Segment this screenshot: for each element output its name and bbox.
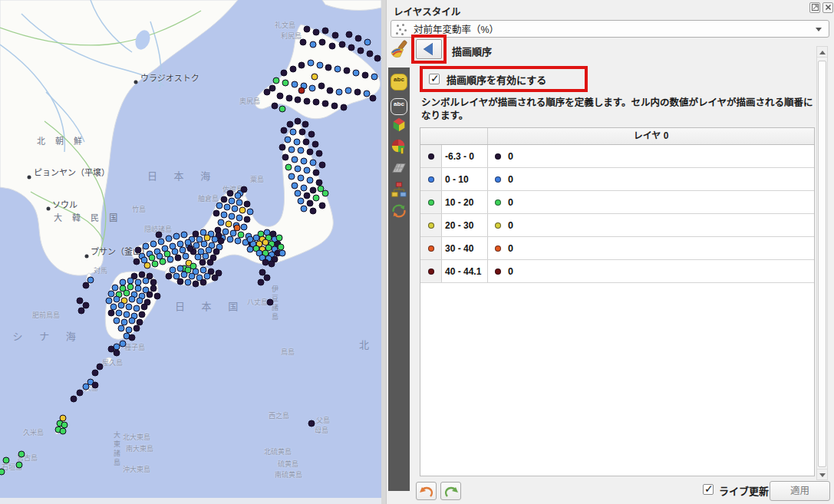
map-data-point: [313, 99, 320, 106]
map-data-point: [276, 235, 283, 242]
draw-order-cell[interactable]: 0: [488, 145, 814, 167]
map-data-point: [304, 98, 311, 105]
map-data-point: [247, 209, 254, 216]
map-data-point: [267, 299, 274, 306]
map-data-point: [304, 167, 311, 174]
map-data-point: [302, 121, 309, 128]
map-label: ピョンヤン（平壌）: [34, 166, 110, 178]
map-data-point: [310, 208, 317, 215]
table-row[interactable]: -6.3 - 00: [420, 145, 814, 168]
symbology-brush-icon[interactable]: [389, 40, 410, 61]
map-data-point: [285, 137, 292, 143]
section-header: 描画順序: [452, 44, 492, 58]
map-data-point: [134, 305, 140, 312]
map-data-point: [281, 70, 288, 77]
map-data-point: [156, 232, 163, 239]
live-update-checkbox[interactable]: [703, 484, 714, 495]
map-canvas[interactable]: 日 本 海日 本 国東 シ ナ 海北北 朝 鮮大 韓 民 国ウラジオストクピョン…: [0, 0, 381, 504]
map-data-point: [348, 44, 355, 51]
vertical-scrollbar[interactable]: [816, 46, 828, 480]
dependencies-icon[interactable]: [391, 181, 407, 198]
layer-select-dropdown[interactable]: 対前年変動率（%）: [391, 20, 829, 38]
undo-button[interactable]: [416, 482, 437, 500]
table-row[interactable]: 20 - 300: [420, 214, 814, 237]
map-data-point: [308, 420, 315, 427]
labels-icon[interactable]: abc: [391, 74, 407, 91]
map-data-point: [83, 384, 90, 390]
map-data-point: [216, 203, 223, 209]
order-value: 0: [508, 151, 513, 162]
map-data-point: [221, 212, 228, 219]
scrollbar-thumb[interactable]: [818, 61, 826, 467]
map-data-point: [344, 68, 351, 74]
row-symbol-cell: [420, 260, 442, 282]
map-data-point: [290, 66, 297, 73]
map-data-point: [304, 26, 311, 33]
map-data-point: [285, 164, 292, 171]
map-data-point: [281, 127, 288, 134]
order-value: 0: [508, 243, 513, 254]
map-label: 肥前鳥島: [32, 310, 60, 320]
map-data-point: [114, 350, 120, 357]
table-row[interactable]: 10 - 200: [420, 191, 814, 214]
map-data-point: [92, 370, 99, 377]
map-data-point: [124, 290, 130, 297]
map-label: 久米島: [23, 427, 44, 437]
city-marker: [28, 176, 31, 180]
map-data-point: [346, 31, 353, 38]
map-data-point: [295, 166, 302, 173]
3d-view-icon[interactable]: [391, 117, 407, 133]
map-data-point: [292, 183, 298, 189]
map-label: 北大東島: [123, 432, 150, 442]
draw-order-cell[interactable]: 0: [488, 191, 814, 213]
map-data-point: [312, 141, 319, 148]
highlight-box-back-button: [411, 35, 447, 64]
map-label: 大 韓 民 国: [54, 211, 121, 223]
table-row[interactable]: 0 - 100: [420, 168, 814, 191]
diagrams-icon[interactable]: [391, 138, 407, 155]
scroll-down-icon[interactable]: [817, 469, 827, 479]
point-layer-icon: [395, 23, 407, 35]
draw-order-cell[interactable]: 0: [488, 260, 814, 282]
map-data-point: [294, 139, 301, 146]
map-label: 南硫黄島: [275, 469, 302, 479]
map-data-point: [258, 279, 265, 286]
map-data-point: [78, 308, 85, 315]
float-panel-icon[interactable]: [809, 2, 820, 13]
map-data-point: [290, 129, 297, 136]
history-icon[interactable]: [391, 203, 407, 219]
map-data-point: [218, 219, 225, 226]
draw-order-cell[interactable]: 0: [488, 214, 814, 236]
map-data-point: [181, 232, 188, 239]
table-row[interactable]: 40 - 44.10: [420, 260, 814, 283]
map-data-point: [272, 103, 279, 110]
close-panel-icon[interactable]: [822, 2, 833, 13]
map-data-point: [181, 272, 188, 278]
map-data-point: [229, 198, 236, 205]
map-label: 母島: [315, 425, 328, 435]
table-header-row: レイヤ 0: [420, 128, 814, 145]
map-data-point: [288, 147, 295, 153]
map-data-point: [307, 149, 314, 156]
map-data-point: [308, 131, 315, 138]
map-data-point: [247, 236, 254, 243]
map-data-point: [236, 199, 243, 206]
draw-order-cell[interactable]: 0: [488, 237, 814, 259]
masks-icon[interactable]: abc: [391, 98, 407, 115]
draw-order-cell[interactable]: 0: [488, 168, 814, 190]
table-row[interactable]: 30 - 400: [420, 237, 814, 260]
map-data-point: [310, 41, 317, 48]
map-data-point: [298, 175, 305, 182]
scroll-up-icon[interactable]: [817, 47, 827, 58]
mesh-icon[interactable]: [391, 160, 407, 176]
map-label: 北: [359, 337, 376, 351]
map-data-point: [370, 95, 377, 102]
apply-button[interactable]: 適用: [770, 481, 830, 501]
map-data-point: [371, 74, 378, 81]
map-data-point: [287, 121, 294, 128]
map-label: 北硫黄島: [264, 446, 292, 456]
class-range-cell: 40 - 44.1: [442, 260, 488, 282]
map-data-point: [199, 259, 206, 266]
map-data-point: [139, 311, 146, 318]
redo-button[interactable]: [440, 482, 461, 500]
